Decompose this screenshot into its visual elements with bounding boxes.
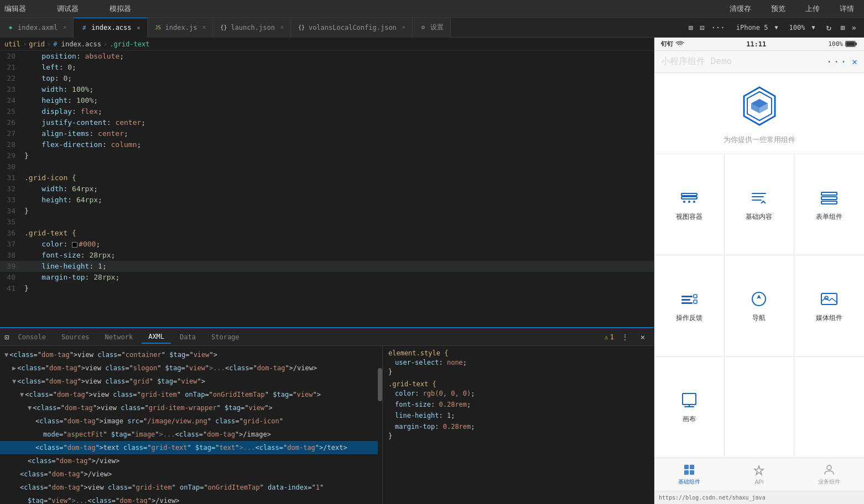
breadcrumb-selector[interactable]: .grid-text [110, 40, 149, 48]
tab-close-volans[interactable]: × [402, 24, 405, 30]
dom-tree-line[interactable]: ▶<class="dom-tag">view class="slogon" $t… [0, 361, 382, 375]
code-line-39[interactable]: 39 line-height: 1; [0, 261, 654, 272]
layout-icon[interactable]: ⊡ [698, 23, 706, 32]
code-line-22[interactable]: 22 top: 0; [0, 73, 654, 84]
code-line-38[interactable]: 38 font-size: 28rpx; [0, 250, 654, 261]
dom-tree-line[interactable]: ▼<class="dom-tag">view class="container"… [0, 348, 382, 361]
grid-item-form[interactable]: 表单组件 [794, 154, 864, 255]
menu-editor[interactable]: 编辑器 [0, 2, 30, 16]
devtools-scrollbar[interactable] [378, 346, 382, 504]
device-name[interactable]: iPhone 5 [734, 24, 771, 32]
tab-settings[interactable]: ⚙ 设置 [413, 18, 451, 38]
nav-item-api[interactable]: API [724, 464, 794, 485]
menu-simulator[interactable]: 模拟器 [105, 2, 136, 16]
dom-triangle-icon[interactable]: ▼ [20, 389, 24, 400]
tab-index-js[interactable]: JS index.js × [148, 18, 214, 38]
tab-label-settings: 设置 [430, 23, 444, 32]
grid-item-media[interactable]: 媒体组件 [794, 255, 864, 356]
code-line-24[interactable]: 24 height: 100%; [0, 95, 654, 106]
menu-debugger[interactable]: 调试器 [53, 2, 83, 16]
dom-tree-line[interactable]: ▼<class="dom-tag">view class="grid-item"… [0, 388, 382, 401]
grid-item-canvas[interactable]: 画布 [654, 357, 724, 458]
chevron-right-icon[interactable]: » [850, 23, 858, 32]
code-line-23[interactable]: 23 width: 100%; [0, 84, 654, 95]
code-editor[interactable]: 20 position: absolute;21 left: 0;22 top:… [0, 51, 654, 327]
code-line-41[interactable]: 41} [0, 283, 654, 294]
dom-tree-line[interactable]: $tag="view">...<class="dom-tag">/view> [0, 494, 382, 504]
menu-preview[interactable]: 预览 [767, 2, 790, 16]
dom-tree-line[interactable]: ▼<class="dom-tag">view class="grid-item-… [0, 401, 382, 414]
tab-index-acss[interactable]: # index.acss × [74, 18, 147, 38]
grid-item-operation[interactable]: 操作反馈 [654, 255, 724, 356]
devtools-tab-data[interactable]: Data [173, 331, 202, 343]
css-property-line: margin-top: 0.28rem; [388, 421, 648, 432]
code-line-37[interactable]: 37 color: #000; [0, 239, 654, 250]
breadcrumb-grid[interactable]: grid [29, 40, 45, 48]
grid-item-basic-content[interactable]: 基础内容 [725, 154, 794, 255]
chevron-down-icon[interactable]: ▼ [773, 24, 780, 30]
menu-detail[interactable]: 详情 [835, 2, 858, 16]
code-line-29[interactable]: 29} [0, 150, 654, 161]
code-line-30[interactable]: 30 [0, 161, 654, 172]
menu-upload[interactable]: 上传 [801, 2, 824, 16]
resize-icon[interactable]: ⊞ [686, 23, 695, 32]
code-line-34[interactable]: 34} [0, 206, 654, 217]
devtools-tab-network[interactable]: Network [98, 331, 140, 343]
grid-icon[interactable]: ⊞ [838, 23, 847, 32]
devtools-tab-sources[interactable]: Sources [55, 331, 96, 343]
grid-item-view-container[interactable]: 视图容器 [654, 154, 724, 255]
devtools-tab-storage[interactable]: Storage [205, 331, 246, 343]
refresh-icon[interactable]: ↻ [824, 22, 834, 33]
code-line-31[interactable]: 31.grid-icon { [0, 172, 654, 183]
tab-launch-json[interactable]: {} launch.json × [213, 18, 291, 38]
dom-tree-line[interactable]: <class="dom-tag">view class="grid-item" … [0, 481, 382, 494]
nav-item-business[interactable]: 业务组件 [794, 463, 864, 486]
ellipsis-icon[interactable]: ··· [709, 23, 727, 32]
dom-triangle-icon[interactable]: ▼ [4, 349, 8, 360]
breadcrumb-util[interactable]: util [4, 40, 20, 48]
zoom-chevron-icon[interactable]: ▼ [809, 24, 817, 30]
devtools-dom-panel[interactable]: ▼<class="dom-tag">view class="container"… [0, 346, 383, 504]
menu-clear-cache[interactable]: 清缓存 [725, 2, 756, 16]
tab-close-js[interactable]: × [202, 24, 206, 30]
dom-triangle-icon[interactable]: ▼ [12, 376, 16, 387]
code-line-27[interactable]: 27 align-items: center; [0, 128, 654, 139]
code-line-40[interactable]: 40 margin-top: 28rpx; [0, 272, 654, 283]
phone-title-dots[interactable]: ··· [826, 56, 848, 67]
dom-tree-line[interactable]: <class="dom-tag">/view> [0, 468, 382, 481]
code-line-36[interactable]: 36.grid-text { [0, 228, 654, 239]
code-line-26[interactable]: 26 justify-content: center; [0, 117, 654, 128]
tab-close-launch[interactable]: × [280, 24, 284, 30]
devtools-css-panel[interactable]: element.style {user-select: none;}.grid-… [383, 346, 654, 504]
code-line-21[interactable]: 21 left: 0; [0, 62, 654, 73]
nav-item-basic[interactable]: 基础组件 [654, 463, 724, 486]
devtools-tab-console[interactable]: Console [11, 331, 53, 343]
breadcrumb-file[interactable]: # index.acss [53, 40, 101, 48]
devtools-tab-axml[interactable]: AXML [142, 330, 171, 344]
css-rule-close: } [388, 368, 648, 376]
tab-index-axml[interactable]: ◈ index.axml × [0, 18, 74, 38]
code-line-33[interactable]: 33 height: 64rpx; [0, 195, 654, 206]
tab-close-axml[interactable]: × [63, 24, 66, 30]
devtools-close-icon[interactable]: × [636, 330, 649, 344]
dom-triangle-icon[interactable]: ▶ [12, 363, 16, 374]
css-rule-header: element.style { [388, 349, 648, 357]
code-line-32[interactable]: 32 width: 64rpx; [0, 183, 654, 195]
code-line-28[interactable]: 28 flex-direction: column; [0, 139, 654, 150]
dom-tree-line[interactable]: <class="dom-tag">/view> [0, 454, 382, 468]
grid-item-nav[interactable]: 导航 [725, 255, 794, 356]
phone-title-close[interactable]: ✕ [852, 56, 857, 67]
dom-tree-line[interactable]: <class="dom-tag">image src="/image/view.… [0, 414, 382, 428]
dom-tree-line[interactable]: ▼<class="dom-tag">view class="grid" $tag… [0, 375, 382, 388]
code-line-25[interactable]: 25 display: flex; [0, 106, 654, 117]
dom-tree-line[interactable]: mode="aspectFit" $tag="image">...<class=… [0, 428, 382, 441]
dom-tree-line[interactable]: <class="dom-tag">text class="grid-text" … [0, 441, 382, 454]
code-line-35[interactable]: 35 [0, 217, 654, 228]
devtools-menu-icon[interactable]: ⋮ [618, 330, 632, 344]
devtools-panel-icon[interactable]: ⊡ [4, 333, 9, 342]
dom-triangle-icon[interactable]: ▼ [28, 402, 32, 413]
tab-volans-json[interactable]: {} volansLocalConfig.json × [291, 18, 413, 38]
svg-rect-13 [821, 192, 837, 195]
tab-close-acss[interactable]: × [137, 25, 140, 31]
code-line-20[interactable]: 20 position: absolute; [0, 51, 654, 62]
